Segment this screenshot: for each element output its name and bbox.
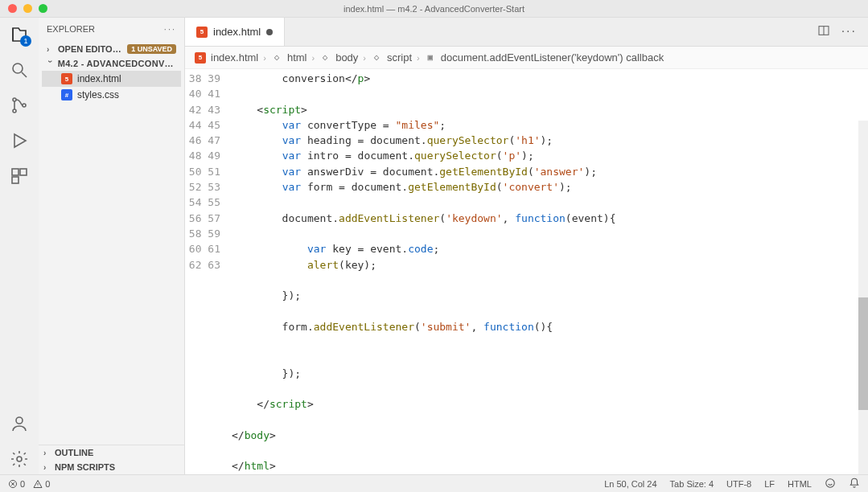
chevron-right-icon: › — [363, 53, 366, 63]
code-content[interactable]: conversion</p> <script> var convertType … — [232, 69, 868, 474]
status-bar: 0 0 Ln 50, Col 24 Tab Size: 4 UTF-8 LF H… — [0, 474, 868, 492]
breadcrumb-callback[interactable]: document.addEventListener('keydown') cal… — [441, 51, 664, 64]
language-mode[interactable]: HTML — [788, 479, 812, 489]
tag-icon: ◇ — [271, 52, 282, 64]
breadcrumb-script[interactable]: script — [387, 51, 412, 64]
sidebar-title: EXPLORER — [47, 24, 95, 34]
encoding[interactable]: UTF-8 — [726, 479, 751, 489]
tab-size[interactable]: Tab Size: 4 — [670, 479, 714, 489]
svg-rect-5 — [20, 169, 27, 175]
html-file-icon: 5 — [196, 27, 208, 38]
open-editors-section[interactable]: › OPEN EDITO… 1 UNSAVED — [42, 42, 181, 56]
errors-count[interactable]: 0 — [8, 479, 25, 489]
open-editors-label: OPEN EDITO… — [58, 44, 124, 54]
line-gutter: 38 39 40 41 42 43 44 45 46 47 48 49 50 5… — [185, 69, 232, 474]
svg-point-3 — [23, 104, 26, 107]
tab-label: index.html — [213, 26, 261, 38]
cursor-position[interactable]: Ln 50, Col 24 — [604, 479, 656, 489]
svg-point-8 — [17, 457, 22, 461]
editor-area: 5 index.html ··· 5 index.html › ◇ html ›… — [185, 18, 868, 474]
search-icon[interactable] — [9, 59, 30, 80]
chevron-right-icon: › — [417, 53, 420, 63]
file-item-styles-css[interactable]: # styles.css — [42, 87, 181, 103]
file-name: styles.css — [77, 89, 119, 100]
chevron-right-icon: › — [47, 45, 55, 54]
account-icon[interactable] — [9, 413, 30, 434]
tag-icon: ◇ — [371, 52, 382, 64]
unsaved-badge: 1 UNSAVED — [127, 44, 176, 54]
scrollbar-track[interactable] — [858, 121, 868, 474]
code-editor[interactable]: 38 39 40 41 42 43 44 45 46 47 48 49 50 5… — [185, 69, 868, 474]
extensions-icon[interactable] — [9, 166, 30, 187]
explorer-icon[interactable]: 1 — [9, 24, 30, 45]
chevron-right-icon: › — [43, 463, 51, 472]
file-name: index.html — [77, 73, 121, 84]
cube-icon: ▣ — [425, 52, 436, 64]
notifications-bell-icon[interactable] — [849, 478, 860, 490]
sidebar-header: EXPLORER ··· — [39, 18, 184, 40]
breadcrumb-file[interactable]: index.html — [211, 51, 258, 64]
warnings-count[interactable]: 0 — [33, 479, 50, 489]
folder-label: M4.2 - ADVANCEDCONVE… — [58, 59, 176, 68]
breadcrumb-html[interactable]: html — [287, 51, 307, 64]
source-control-icon[interactable] — [9, 95, 30, 116]
svg-point-1 — [13, 98, 16, 101]
chevron-right-icon: › — [43, 449, 51, 457]
npm-scripts-label: NPM SCRIPTS — [55, 462, 115, 472]
chevron-right-icon: › — [263, 53, 266, 63]
folder-section[interactable]: › M4.2 - ADVANCEDCONVE… — [42, 56, 181, 71]
tag-icon: ◇ — [319, 52, 331, 64]
window-title: index.html — m4.2 - AdvancedConverter-St… — [0, 4, 868, 14]
sidebar-more-icon[interactable]: ··· — [164, 24, 176, 34]
svg-rect-6 — [12, 177, 19, 183]
breadcrumb-body[interactable]: body — [335, 51, 358, 64]
sidebar: EXPLORER ··· › OPEN EDITO… 1 UNSAVED › M… — [39, 18, 185, 474]
window-titlebar: index.html — m4.2 - AdvancedConverter-St… — [0, 0, 868, 18]
scrollbar-thumb[interactable] — [858, 297, 868, 410]
html-file-icon: 5 — [61, 73, 72, 84]
npm-scripts-section[interactable]: › NPM SCRIPTS — [39, 460, 184, 474]
chevron-down-icon: › — [46, 59, 55, 68]
modified-dot-icon — [266, 29, 273, 35]
split-editor-icon[interactable] — [817, 24, 830, 40]
chevron-right-icon: › — [311, 53, 315, 63]
svg-point-7 — [16, 417, 23, 424]
tab-index-html[interactable]: 5 index.html — [185, 18, 285, 46]
svg-point-12 — [826, 478, 835, 487]
outline-section[interactable]: › OUTLINE — [39, 445, 184, 460]
more-actions-icon[interactable]: ··· — [841, 24, 857, 40]
explorer-badge: 1 — [20, 35, 31, 47]
svg-point-0 — [13, 64, 23, 73]
settings-gear-icon[interactable] — [9, 449, 30, 469]
file-item-index-html[interactable]: 5 index.html — [42, 71, 181, 87]
tabs-bar: 5 index.html ··· — [185, 18, 868, 47]
eol[interactable]: LF — [764, 479, 775, 489]
css-file-icon: # — [61, 89, 72, 100]
run-debug-icon[interactable] — [9, 130, 30, 151]
breadcrumb[interactable]: 5 index.html › ◇ html › ◇ body › ◇ scrip… — [185, 47, 868, 69]
svg-point-2 — [13, 109, 16, 113]
feedback-icon[interactable] — [825, 478, 836, 490]
outline-label: OUTLINE — [55, 448, 93, 457]
html-file-icon: 5 — [195, 52, 206, 64]
activity-bar: 1 — [0, 18, 39, 474]
svg-rect-4 — [12, 169, 19, 175]
